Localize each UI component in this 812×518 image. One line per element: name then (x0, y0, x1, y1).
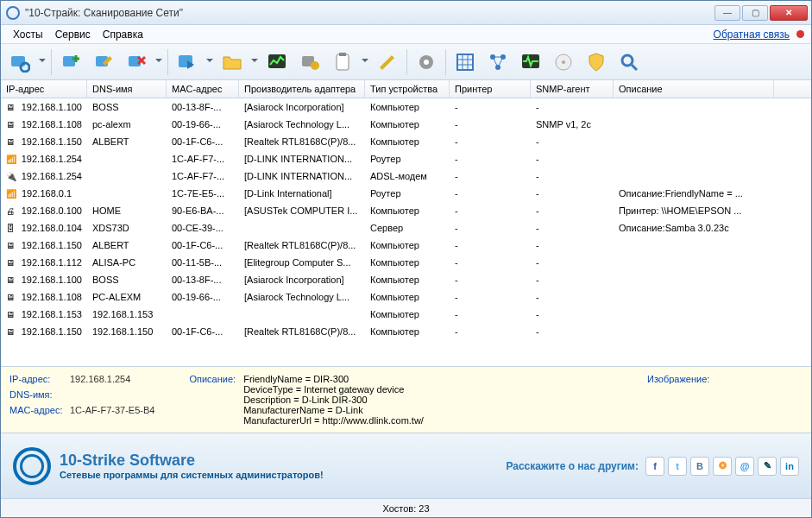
table-row[interactable]: 192.168.1.100BOSS00-13-8F-...[Asiarock I… (1, 98, 811, 116)
cell-dns (87, 192, 167, 195)
cell-type: Роутер (365, 186, 450, 200)
minimize-button[interactable]: — (714, 5, 740, 21)
feedback-link[interactable]: Обратная связь (714, 28, 790, 41)
maximize-button[interactable]: ▢ (742, 5, 768, 21)
table-row[interactable]: 192.168.1.112ALISA-PC00-11-5B-...[Eliteg… (1, 254, 811, 271)
table-row[interactable]: 192.168.1.153192.168.1.153Компьютер-- (1, 306, 811, 323)
column-header[interactable]: DNS-имя (87, 80, 167, 98)
social-twitter-button[interactable]: t (668, 457, 687, 476)
cell-snmp: - (531, 307, 614, 321)
toolbar-brush-button[interactable] (374, 48, 401, 76)
cell-mac: 1C-7E-E5-... (167, 186, 239, 200)
server-icon (6, 223, 20, 233)
cell-type: Компьютер (365, 204, 450, 218)
column-header[interactable]: Тип устройства (365, 80, 450, 98)
toolbar-scan-button[interactable] (6, 48, 34, 76)
social-mail-button[interactable]: @ (735, 457, 754, 476)
social-vk-button[interactable]: В (690, 457, 709, 476)
grid-body[interactable]: 192.168.1.100BOSS00-13-8F-...[Asiarock I… (1, 98, 811, 366)
table-row[interactable]: 192.168.1.150ALBERT00-1F-C6-...[Realtek … (1, 237, 811, 254)
table-row[interactable]: 192.168.0.100HOME90-E6-BA-...[ASUSTek CO… (1, 202, 811, 219)
router-icon (6, 188, 20, 199)
toolbar-delete-host-button[interactable] (123, 48, 150, 76)
cell-printer: - (450, 325, 531, 338)
toolbar-search-button[interactable] (615, 48, 643, 76)
detail-dns-label: DNS-имя: (9, 389, 70, 400)
toolbar-add-host-button[interactable] (57, 48, 85, 76)
toolbar-dropdown-arrow[interactable] (39, 59, 46, 66)
pc-icon (6, 326, 20, 337)
toolbar-edit-host-button[interactable] (90, 48, 117, 76)
table-row[interactable]: 192.168.0.104XDS73D00-CE-39-...Сервер--О… (1, 219, 811, 237)
cell-ip: 192.168.1.150 (22, 240, 82, 250)
table-row[interactable]: 192.168.1.2541C-AF-F7-...[D-LINK INTERNA… (1, 150, 811, 167)
toolbar-dropdown-arrow[interactable] (362, 59, 368, 66)
pc-icon (6, 240, 20, 250)
cell-dns: HOME (87, 204, 167, 218)
cell-snmp: - (531, 135, 614, 148)
cell-printer: - (450, 100, 531, 114)
cell-ip: 192.168.1.108 (22, 119, 82, 130)
cell-desc (614, 157, 774, 161)
toolbar-diagram-button[interactable] (484, 48, 512, 76)
cell-ip: 192.168.1.108 (22, 292, 82, 302)
cell-maker (239, 313, 365, 316)
column-header[interactable]: SNMP-агент (531, 80, 614, 98)
social-lj-button[interactable]: ✎ (758, 457, 777, 476)
toolbar-shield-button[interactable] (582, 48, 610, 76)
toolbar-folder-button[interactable] (218, 48, 246, 76)
table-row[interactable]: 192.168.1.100BOSS00-13-8F-...[Asiarock I… (1, 271, 811, 288)
cell-mac: 00-1F-C6-... (167, 135, 239, 148)
toolbar-arrow-button[interactable] (173, 48, 201, 76)
brand-logo-icon (13, 447, 51, 485)
toolbar-dropdown-arrow[interactable] (251, 59, 258, 66)
cell-type: Компьютер (365, 290, 450, 304)
cell-snmp: - (531, 325, 614, 338)
app-window: "10-Страйк: Сканирование Сети" — ▢ ✕ Хос… (0, 0, 812, 518)
table-row[interactable]: 192.168.1.108pc-alexm00-19-66-...[Asiaro… (1, 116, 811, 133)
titlebar[interactable]: "10-Страйк: Сканирование Сети" — ▢ ✕ (1, 1, 811, 25)
cell-dns: ALBERT (87, 238, 167, 252)
cell-type: ADSL-модем (365, 169, 450, 183)
column-header[interactable]: MAC-адрес (167, 80, 239, 98)
brand-name: 10-Strike Software (60, 452, 324, 470)
pc-icon (6, 119, 20, 130)
cell-mac: 00-CE-39-... (167, 221, 239, 235)
social-linkedin-button[interactable]: in (780, 457, 799, 476)
column-header[interactable]: Производитель адаптера (239, 80, 365, 98)
social-ok-button[interactable]: ❂ (713, 457, 732, 476)
toolbar-separator (445, 49, 446, 75)
table-row[interactable]: 192.168.1.150ALBERT00-1F-C6-...[Realtek … (1, 133, 811, 150)
toolbar-settings-exe-button[interactable] (296, 48, 324, 76)
toolbar-dropdown-arrow[interactable] (206, 59, 213, 66)
toolbar-dropdown-arrow[interactable] (155, 59, 162, 66)
menu-hosts[interactable]: Хосты (8, 27, 48, 42)
details-panel: IP-адрес:192.168.1.254 DNS-имя: MAC-адре… (1, 366, 811, 433)
toolbar-grid-button[interactable] (451, 48, 479, 76)
toolbar-clipboard-button[interactable] (329, 48, 356, 76)
close-button[interactable]: ✕ (770, 5, 808, 21)
toolbar-chart-button[interactable] (263, 48, 291, 76)
column-header[interactable]: Описание (614, 80, 774, 98)
social-facebook-button[interactable]: f (645, 457, 664, 476)
table-row[interactable]: 192.168.0.11C-7E-E5-...[D-Link Internati… (1, 185, 811, 202)
cell-snmp: - (531, 256, 614, 269)
svg-point-8 (311, 61, 319, 70)
toolbar-gear-button[interactable] (412, 48, 440, 76)
toolbar-pulse-button[interactable] (517, 48, 544, 76)
menu-service[interactable]: Сервис (50, 27, 96, 42)
table-row[interactable]: 192.168.1.150192.168.1.15000-1F-C6-...[R… (1, 323, 811, 340)
table-row[interactable]: 192.168.1.108PC-ALEXM00-19-66-...[Asiaro… (1, 288, 811, 306)
cell-ip: 192.168.0.1 (22, 188, 72, 199)
cell-ip: 192.168.1.150 (22, 136, 82, 147)
cell-desc (614, 105, 774, 109)
menu-help[interactable]: Справка (98, 27, 148, 42)
svg-rect-10 (339, 53, 346, 56)
pulse-icon (520, 52, 541, 73)
toolbar-disc-button[interactable] (550, 48, 577, 76)
column-header[interactable]: Принтер (450, 80, 531, 98)
table-row[interactable]: 192.168.1.2541C-AF-F7-...[D-LINK INTERNA… (1, 167, 811, 185)
cell-ip: 192.168.1.254 (22, 171, 82, 181)
cell-snmp: - (531, 169, 614, 183)
column-header[interactable]: IP-адрес (1, 80, 87, 98)
